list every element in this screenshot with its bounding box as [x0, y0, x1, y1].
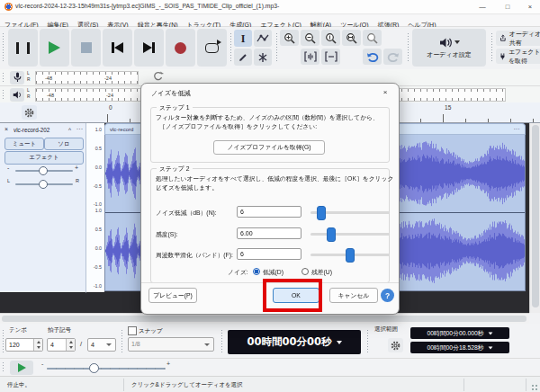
chevron-down-icon	[454, 40, 460, 44]
snap-checkbox[interactable]	[128, 326, 137, 335]
zoom-in-icon	[284, 32, 295, 44]
noise-reduction-slider-thumb[interactable]	[317, 206, 326, 220]
share-audio-button[interactable]: オーディオ共有	[496, 31, 540, 46]
help-button[interactable]: ?	[381, 289, 394, 302]
silence-audio-button[interactable]	[321, 49, 340, 65]
audio-setup-button[interactable]: オーディオ設定	[412, 29, 486, 67]
loop-button[interactable]	[197, 29, 227, 67]
noise-radio-reduce[interactable]	[253, 268, 260, 275]
record-meter-grip[interactable]	[2, 72, 5, 83]
multi-tool-button[interactable]	[254, 49, 272, 66]
record-button[interactable]	[166, 29, 195, 67]
track-collapse-button[interactable]: ^	[68, 127, 71, 133]
speaker-icon	[439, 37, 452, 49]
share-toolbar-grip[interactable]	[490, 32, 494, 63]
step2-text-line2: ノイズを低減します。	[156, 183, 218, 192]
trim-audio-button[interactable]	[301, 49, 320, 65]
selection-tool-button[interactable]: I	[234, 30, 252, 47]
selection-end-display[interactable]: 00時間00分18.528秒	[410, 342, 509, 353]
sensitivity-slider[interactable]	[310, 227, 390, 240]
cancel-button[interactable]: キャンセル	[329, 288, 378, 303]
skip-to-start-button[interactable]	[103, 29, 132, 67]
selection-settings-button[interactable]	[388, 338, 403, 352]
speed-toolbar-grip[interactable]	[2, 361, 5, 373]
undo-button[interactable]	[363, 49, 382, 65]
get-noise-profile-button[interactable]: ノイズプロファイルを取得(G)	[213, 140, 325, 155]
noise-reduction-input[interactable]	[237, 206, 302, 218]
share-audio-label: オーディオ共有	[509, 30, 540, 48]
get-effects-button[interactable]: エフェクトを取得	[496, 49, 540, 64]
minimize-button[interactable]: —	[472, 0, 493, 13]
zoom-project-icon	[346, 32, 357, 44]
smoothing-slider[interactable]	[310, 248, 390, 261]
record-meter-r-label: R	[27, 77, 30, 84]
preview-button[interactable]: プレビュー(P)	[148, 288, 197, 303]
zoom-out-button[interactable]	[301, 30, 320, 46]
zoom-toggle-button[interactable]	[363, 30, 382, 46]
selection-grip[interactable]	[366, 329, 370, 352]
smoothing-input[interactable]	[237, 248, 302, 260]
vertical-scrollbar[interactable]	[529, 123, 540, 313]
tools-toolbar-grip[interactable]	[230, 32, 233, 63]
smoothing-slider-thumb[interactable]	[346, 248, 355, 263]
envelope-tool-button[interactable]	[254, 30, 272, 47]
resize-grip[interactable]	[531, 384, 538, 391]
audio-setup-toolbar-grip[interactable]	[407, 32, 410, 63]
timesig-upper-input[interactable]: 4	[47, 338, 76, 352]
solo-button[interactable]: ソロ	[44, 138, 84, 150]
vertical-scrollbar-thumb[interactable]	[532, 125, 539, 307]
snap-select[interactable]: 1/8	[128, 337, 214, 352]
stop-button[interactable]	[71, 29, 101, 67]
maximize-button[interactable]: □	[497, 0, 518, 13]
tempo-spinner[interactable]	[33, 339, 42, 351]
pause-button[interactable]	[8, 29, 38, 67]
selection-start-display[interactable]: 00時間00分00.000秒	[410, 327, 509, 339]
skip-to-start-icon	[112, 42, 123, 53]
track-menu-button[interactable]: ...	[76, 124, 83, 130]
noise-radio-residue[interactable]	[302, 268, 309, 275]
undo-icon	[366, 51, 379, 62]
time-display[interactable]: 00時間00分00秒	[228, 330, 361, 354]
playback-meter-button[interactable]	[10, 88, 24, 102]
noise-radio-residue-label[interactable]: 残差(U)	[311, 268, 332, 277]
time-display-grip[interactable]	[220, 329, 224, 352]
vertical-scale[interactable]: 1.00.50.0-0.5-1.01.00.50.0-0.5-1.0	[86, 123, 104, 293]
mute-button[interactable]: ミュート	[4, 138, 44, 150]
record-meter-button[interactable]	[10, 71, 24, 85]
horizontal-scrollbar-thumb[interactable]	[2, 316, 526, 322]
dialog-close-button[interactable]: ×	[379, 87, 392, 98]
pause-icon	[16, 42, 30, 54]
redo-button[interactable]	[383, 49, 402, 65]
play-button[interactable]	[40, 29, 69, 67]
speed-slider-thumb[interactable]	[89, 363, 99, 373]
sensitivity-slider-thumb[interactable]	[327, 227, 336, 242]
snap-toolbar-grip[interactable]	[121, 329, 124, 352]
play-at-speed-toolbar: - +	[0, 358, 540, 376]
sensitivity-input[interactable]	[237, 227, 302, 239]
zoom-project-button[interactable]	[342, 30, 361, 46]
edit-toolbar-grip[interactable]	[275, 32, 279, 63]
tempo-input[interactable]: 120	[5, 338, 43, 352]
play-at-speed-button[interactable]	[10, 361, 33, 375]
playback-meter-grip[interactable]	[2, 89, 5, 100]
track-name[interactable]: vlc-record-202	[14, 127, 66, 133]
zoom-in-button[interactable]	[280, 30, 299, 46]
timesig-spinner[interactable]	[66, 339, 75, 351]
transport-toolbar-grip[interactable]	[2, 32, 5, 63]
noise-reduction-label: ノイズ低減（dB）(N):	[156, 209, 217, 218]
pan-slider-thumb[interactable]	[39, 180, 48, 189]
draw-tool-button[interactable]	[234, 49, 252, 66]
zoom-selection-button[interactable]	[321, 30, 340, 46]
speaker-small-icon	[13, 90, 22, 100]
noise-radio-reduce-label[interactable]: 低減(D)	[263, 268, 284, 277]
timesig-lower-select[interactable]: 4	[87, 338, 116, 352]
timeline-options-button[interactable]	[22, 105, 37, 120]
track-close-button[interactable]: ×	[4, 126, 8, 132]
effects-button[interactable]: エフェクト	[4, 151, 84, 165]
noise-reduction-slider[interactable]	[310, 206, 390, 218]
skip-to-end-button[interactable]	[134, 29, 164, 67]
gain-slider-thumb[interactable]	[39, 166, 48, 175]
record-meter[interactable]: -48 -24	[35, 71, 139, 85]
clip-menu-button[interactable]: ...	[514, 124, 520, 130]
close-button[interactable]: ×	[522, 0, 538, 13]
